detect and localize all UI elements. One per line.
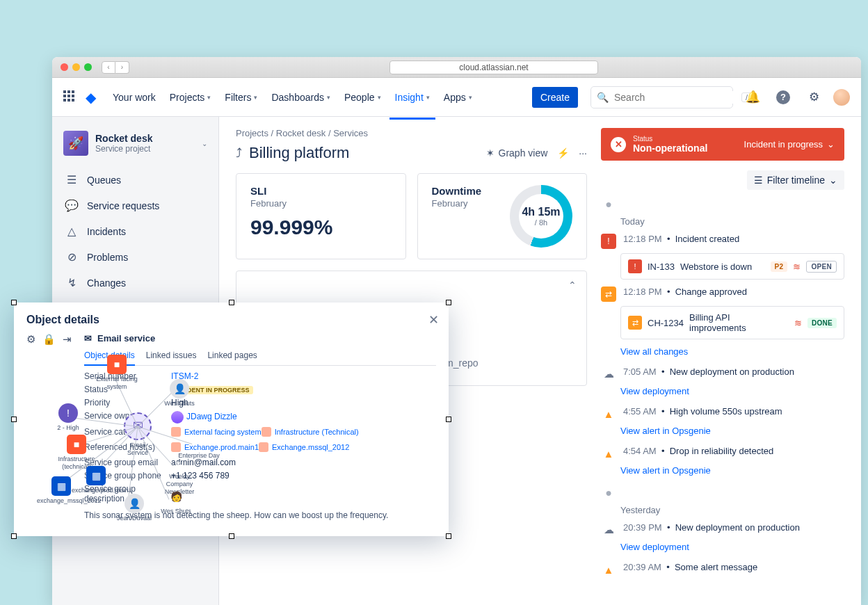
downtime-value: 4h 15m — [522, 206, 560, 218]
status-banner[interactable]: ✕ Status Non-operational Incident in pro… — [601, 128, 844, 161]
nav-item-dashboards[interactable]: Dashboards▾ — [266, 88, 336, 107]
chevron-up-icon[interactable]: ⌃ — [568, 280, 577, 291]
service-owner[interactable]: JDawg Dizzle — [171, 411, 436, 424]
search-input[interactable]: 🔍 / — [590, 86, 733, 108]
search-icon: 🔍 — [597, 92, 609, 103]
resize-handle[interactable] — [229, 533, 234, 539]
nav-item-apps[interactable]: Apps▾ — [438, 88, 478, 107]
sidebar-item-queues[interactable]: ☰Queues — [58, 167, 213, 193]
status-lozenge: OPEN — [806, 261, 837, 273]
nav-item-projects[interactable]: Projects▾ — [164, 88, 217, 107]
url-bar[interactable]: cloud.atlassian.net — [389, 60, 598, 74]
settings-icon[interactable]: ⚙ — [26, 333, 35, 346]
graph-view-button[interactable]: ✶ Graph view — [486, 147, 548, 159]
resize-handle[interactable] — [11, 300, 17, 305]
lock-icon[interactable]: 🔒 — [42, 333, 56, 346]
overlay-tab-linked-issues[interactable]: Linked issues — [146, 348, 197, 365]
more-icon[interactable]: ··· — [579, 147, 587, 159]
service-requests-icon: 💬 — [65, 199, 79, 212]
object-graph[interactable]: ✉Email Service■External facing system👤We… — [26, 350, 72, 524]
timeline-link[interactable]: View deployment — [620, 542, 689, 552]
downtime-sub: / 8h — [522, 218, 560, 227]
chevron-down-icon[interactable]: ⌄ — [202, 140, 207, 147]
serial-number[interactable]: ITSM-2 — [171, 371, 436, 381]
object-details-panel: Object details ✕ ⚙ 🔒 ⇥ ✉Email Service■Ex… — [14, 302, 449, 536]
sidebar-item-service-requests[interactable]: 💬Service requests — [58, 193, 213, 218]
sidebar-item-incidents[interactable]: △Incidents — [58, 218, 213, 244]
timeline-card[interactable]: ! IN-133 Webstore is down P2≋OPEN — [620, 253, 844, 280]
timeline-row: ▲ 20:39 AM • Some alert message — [601, 562, 844, 577]
filter-timeline-button[interactable]: ☰ Filter timeline ⌄ — [747, 170, 844, 190]
tag-chip[interactable]: Infrastructure (Technical) — [262, 427, 359, 437]
timeline-link[interactable]: View alert in Opsgenie — [620, 426, 711, 436]
queues-icon: ☰ — [65, 173, 79, 186]
exit-icon[interactable]: ⇥ — [63, 333, 72, 346]
timeline-row: ☁ 20:39 PM • New deployment on productio… — [601, 522, 844, 538]
timeline-row: ☁ 7:05 AM • New deployment on production — [601, 366, 844, 382]
nav-item-your-work[interactable]: Your work — [107, 88, 161, 107]
help-button[interactable]: ? — [772, 86, 794, 108]
graph-node[interactable]: 👤Wes Shuts — [155, 379, 204, 408]
nav-item-filters[interactable]: Filters▾ — [219, 88, 263, 107]
app-switcher-icon[interactable] — [63, 90, 77, 104]
close-dot[interactable] — [61, 63, 68, 71]
priority-icon: ≋ — [793, 261, 801, 272]
issue-key: CH-1234 — [648, 318, 684, 328]
priority-lozenge: P2 — [771, 261, 788, 272]
project-header[interactable]: 🚀 Rocket desk Service project ⌄ — [58, 128, 213, 167]
forward-button[interactable]: › — [115, 61, 129, 74]
create-button[interactable]: Create — [532, 87, 578, 108]
sli-value: 99.999% — [250, 216, 332, 239]
graph-node[interactable]: 🧑Wes Shuts — [152, 487, 200, 515]
resize-handle[interactable] — [11, 417, 17, 422]
back-button[interactable]: ‹ — [102, 61, 115, 74]
graph-node[interactable]: ■External facing system — [93, 355, 141, 391]
share-icon[interactable]: ⤴ — [236, 146, 242, 161]
sli-card: SLI February 99.999% — [236, 173, 406, 259]
issue-summary: Webstore is down — [680, 261, 765, 272]
help-icon: ? — [776, 90, 790, 104]
email-icon: ✉ — [84, 333, 92, 344]
bolt-icon[interactable]: ⚡ — [557, 147, 569, 159]
timeline-link[interactable]: View all changes — [620, 346, 688, 357]
tag-chip[interactable]: Exchange.mssql_2012 — [259, 442, 349, 452]
chevron-down-icon: ⌄ — [827, 139, 835, 150]
graph-icon: ✶ — [486, 147, 495, 159]
sli-sublabel: February — [250, 198, 332, 209]
close-icon[interactable]: ✕ — [428, 312, 439, 328]
resize-handle[interactable] — [229, 300, 234, 305]
window-controls[interactable] — [61, 63, 92, 71]
downtime-label: Downtime — [432, 185, 482, 197]
settings-icon[interactable]: ⚙ — [803, 86, 825, 108]
profile-avatar[interactable] — [833, 89, 850, 106]
jira-logo-icon[interactable]: ◆ — [86, 89, 96, 106]
nav-item-insight[interactable]: Insight▾ — [389, 88, 435, 107]
resize-handle[interactable] — [11, 533, 17, 539]
resize-handle[interactable] — [446, 300, 451, 305]
timeline-row: ▲ 4:54 AM • Drop in reliability detected — [601, 446, 844, 461]
search-field[interactable] — [613, 91, 737, 104]
overlay-tab-linked-pages[interactable]: Linked pages — [207, 348, 257, 365]
graph-node[interactable]: !2 - High — [44, 403, 93, 432]
minimize-dot[interactable] — [72, 63, 80, 71]
status-action[interactable]: Incident in progress ⌄ — [744, 139, 835, 150]
project-subtitle: Service project — [95, 144, 152, 154]
browser-chrome: ‹ › cloud.atlassian.net — [52, 57, 861, 78]
maximize-dot[interactable] — [84, 63, 92, 71]
graph-node[interactable]: ▦exchange_mssql_2012 — [37, 476, 86, 505]
timeline-card[interactable]: ⇄ CH-1234 Billing API improvements ≋DONE — [620, 306, 844, 339]
graph-node[interactable]: ■Infrastructure (technical) — [52, 435, 101, 471]
sidebar-item-changes[interactable]: ↯Changes — [58, 270, 213, 296]
warn-icon: ▲ — [601, 406, 616, 421]
chevron-down-icon: ▾ — [426, 94, 430, 101]
sidebar-item-problems[interactable]: ⊘Problems — [58, 244, 213, 270]
service-phone: +1 123 456 789 — [171, 471, 436, 481]
timeline-link[interactable]: View alert in Opsgenie — [620, 465, 711, 476]
notifications-icon[interactable]: 🔔 — [741, 86, 764, 108]
resize-handle[interactable] — [446, 417, 451, 422]
nav-item-people[interactable]: People▾ — [339, 88, 387, 107]
resize-handle[interactable] — [446, 533, 451, 539]
timeline-link[interactable]: View deployment — [620, 386, 689, 396]
status-label: Status — [633, 135, 707, 143]
breadcrumb[interactable]: Projects / Rocket desk / Services — [236, 128, 587, 138]
